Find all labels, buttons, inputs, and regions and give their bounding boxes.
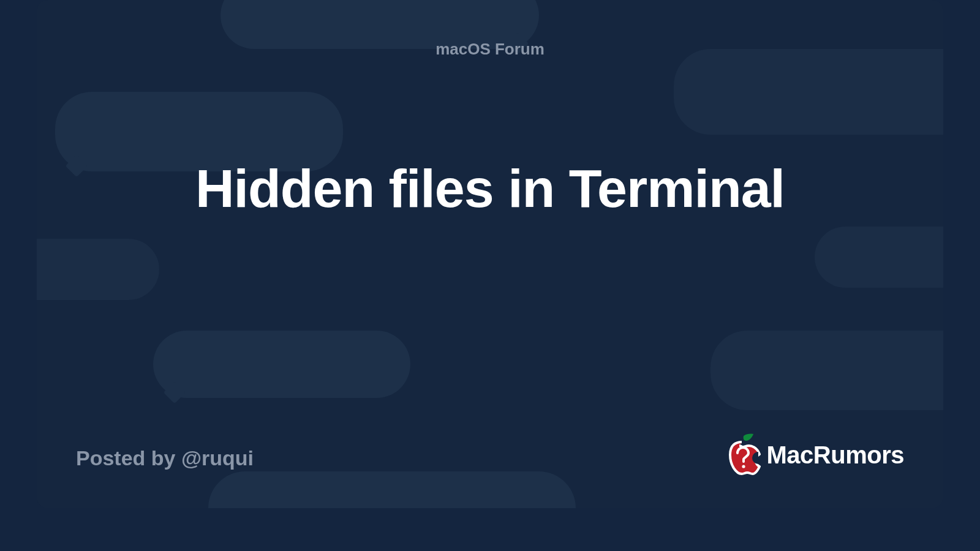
chat-bubble-icon [153, 331, 410, 398]
forum-label: macOS Forum [37, 40, 943, 59]
chat-bubble-icon [674, 49, 943, 135]
thread-title: Hidden files in Terminal [37, 159, 943, 217]
chat-bubble-icon [710, 331, 943, 410]
chat-bubble-icon [37, 239, 159, 300]
brand-name: MacRumors [767, 441, 904, 469]
posted-by: Posted by @ruqui [76, 446, 254, 470]
svg-point-0 [742, 465, 745, 468]
chat-bubble-icon [208, 471, 576, 508]
macrumors-logo-icon [723, 433, 761, 476]
social-card: macOS Forum Hidden files in Terminal Pos… [37, 0, 943, 508]
brand: MacRumors [723, 433, 904, 476]
chat-bubble-icon [815, 227, 943, 288]
